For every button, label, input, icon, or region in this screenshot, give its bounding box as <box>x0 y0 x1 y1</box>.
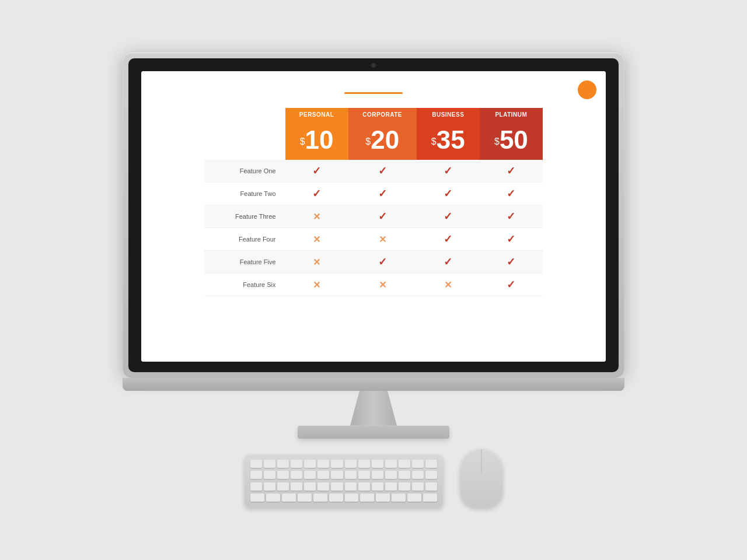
check-yes-icon: ✓ <box>507 188 515 200</box>
keyboard-key <box>372 471 383 479</box>
keyboard-key <box>250 471 262 479</box>
keyboard-key <box>331 482 343 491</box>
plan-name-corporate: Corporate <box>348 108 417 120</box>
keyboard-key <box>412 482 424 491</box>
monitor-chin <box>123 378 624 391</box>
keyboard-key <box>358 471 370 479</box>
plan-price-personal: $ 10 <box>285 120 348 160</box>
keyboard-key <box>313 494 327 502</box>
keyboard-key <box>425 482 437 491</box>
feature-business-cell: ✕ <box>417 274 480 296</box>
check-yes-icon: ✓ <box>507 279 515 290</box>
monitor-screen: Personal $ 10 Corporate <box>141 71 606 362</box>
feature-personal-cell: ✕ <box>285 251 348 274</box>
keyboard-key <box>385 471 397 479</box>
check-no-icon: ✕ <box>379 280 386 290</box>
feature-platinum-cell: ✓ <box>480 205 543 228</box>
check-yes-icon: ✓ <box>507 256 515 268</box>
feature-personal-cell: ✕ <box>285 205 348 228</box>
keyboard-key <box>376 494 390 502</box>
slide-badge <box>578 80 596 99</box>
mouse <box>460 449 502 508</box>
keyboard-row <box>250 460 437 469</box>
feature-personal-cell: ✕ <box>285 228 348 251</box>
feature-name: Feature Four <box>204 228 285 251</box>
keyboard-key <box>358 482 370 491</box>
feature-business-cell: ✓ <box>417 205 480 228</box>
feature-business-cell: ✓ <box>417 183 480 205</box>
keyboard-key <box>250 482 262 491</box>
check-yes-icon: ✓ <box>444 188 452 200</box>
check-no-icon: ✕ <box>379 235 386 244</box>
check-yes-icon: ✓ <box>378 188 387 200</box>
keyboard-row <box>250 494 437 503</box>
feature-personal-cell: ✓ <box>285 160 348 183</box>
keyboard-key <box>250 460 262 468</box>
plan-header-business: Business $ 35 <box>417 108 480 160</box>
keyboard-key <box>331 471 343 479</box>
check-yes-icon: ✓ <box>507 165 515 177</box>
feature-corporate-cell: ✕ <box>348 228 417 251</box>
plan-header-platinum: Platinum $ 50 <box>480 108 543 160</box>
pricing-table: Personal $ 10 Corporate <box>204 108 543 296</box>
title-underline <box>344 92 403 94</box>
check-yes-icon: ✓ <box>444 165 452 177</box>
check-yes-icon: ✓ <box>507 211 515 222</box>
keyboard-row <box>250 471 437 480</box>
keyboard-key <box>291 460 302 468</box>
keyboard-key <box>345 471 357 479</box>
check-no-icon: ✕ <box>313 257 320 267</box>
keyboard-key <box>399 460 410 468</box>
keyboard <box>245 455 443 508</box>
keyboard-key <box>385 460 397 468</box>
feature-corporate-cell: ✓ <box>348 183 417 205</box>
feature-business-cell: ✓ <box>417 251 480 274</box>
feature-platinum-cell: ✓ <box>480 183 543 205</box>
check-no-icon: ✕ <box>444 280 452 290</box>
plan-name-personal: Personal <box>285 108 348 120</box>
feature-row: Feature One✓✓✓✓ <box>204 160 543 183</box>
keyboard-key <box>317 460 329 468</box>
check-no-icon: ✕ <box>313 280 320 290</box>
plan-header-row: Personal $ 10 Corporate <box>204 108 543 160</box>
keyboard-key <box>412 471 424 479</box>
features-label-cell <box>204 108 285 160</box>
feature-name: Feature Three <box>204 205 285 228</box>
feature-corporate-cell: ✓ <box>348 160 417 183</box>
keyboard-key <box>304 460 316 468</box>
keyboard-key <box>298 494 312 502</box>
feature-name: Feature Two <box>204 183 285 205</box>
feature-personal-cell: ✕ <box>285 274 348 296</box>
feature-row: Feature Four✕✕✓✓ <box>204 228 543 251</box>
keyboard-key <box>317 482 329 491</box>
plan-price-business: $ 35 <box>417 120 480 160</box>
stand-neck <box>350 391 397 426</box>
feature-name: Feature Five <box>204 251 285 274</box>
check-yes-icon: ✓ <box>507 233 515 245</box>
keyboard-key <box>372 460 383 468</box>
feature-platinum-cell: ✓ <box>480 274 543 296</box>
check-yes-icon: ✓ <box>378 165 387 177</box>
keyboard-key <box>282 494 296 502</box>
feature-name: Feature One <box>204 160 285 183</box>
feature-row: Feature Three✕✓✓✓ <box>204 205 543 228</box>
feature-business-cell: ✓ <box>417 228 480 251</box>
keyboard-key <box>304 482 316 491</box>
check-yes-icon: ✓ <box>312 188 321 200</box>
feature-platinum-cell: ✓ <box>480 228 543 251</box>
plan-header-corporate: Corporate $ 20 <box>348 108 417 160</box>
keyboard-row <box>250 482 437 492</box>
keyboard-key <box>392 494 406 502</box>
keyboard-key <box>329 494 343 502</box>
feature-personal-cell: ✓ <box>285 183 348 205</box>
check-yes-icon: ✓ <box>378 211 387 222</box>
keyboard-key <box>399 471 410 479</box>
keyboard-key <box>345 494 359 502</box>
check-yes-icon: ✓ <box>312 165 321 177</box>
feature-business-cell: ✓ <box>417 160 480 183</box>
plan-name-platinum: Platinum <box>480 108 543 120</box>
stand-base <box>298 426 449 439</box>
slide-content: Personal $ 10 Corporate <box>141 71 606 362</box>
scene: Personal $ 10 Corporate <box>82 52 665 508</box>
check-yes-icon: ✓ <box>444 211 452 222</box>
